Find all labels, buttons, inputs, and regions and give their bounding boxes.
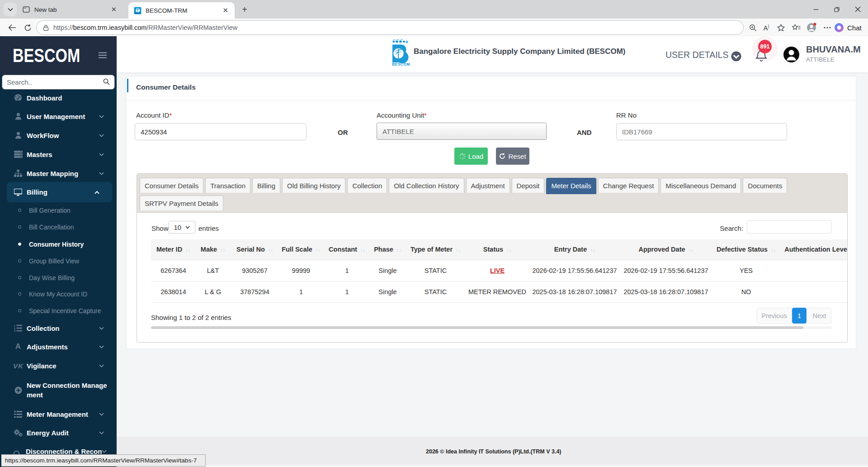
svg-text:BESCOM: BESCOM (392, 62, 410, 66)
svg-text:3: 3 (14, 329, 15, 332)
